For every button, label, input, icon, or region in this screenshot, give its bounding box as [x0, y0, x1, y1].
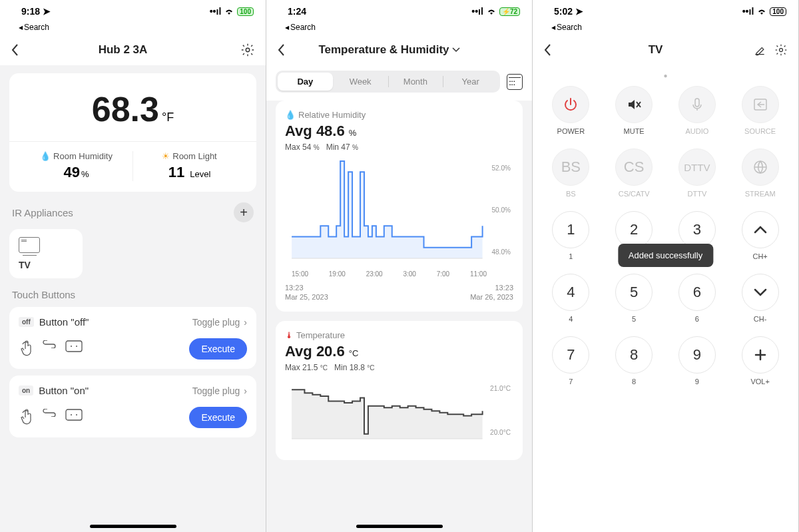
min-label: Min	[334, 363, 347, 372]
chart-date-from: 13:23Mar 25, 2023	[285, 283, 328, 302]
edit-icon[interactable]	[753, 43, 766, 57]
avg-value: 20.6	[316, 343, 345, 360]
touch-section-title: Touch Buttons	[12, 289, 75, 300]
remote-button[interactable]	[742, 274, 779, 311]
remote-button[interactable]: 9	[678, 336, 716, 374]
status-time: 9:18	[21, 6, 40, 17]
tv-icon	[19, 237, 40, 253]
appliance-tv[interactable]: TV	[9, 229, 83, 278]
svg-text:48.0%: 48.0%	[491, 248, 511, 256]
svg-point-0	[246, 48, 250, 52]
touch-button-name: offButton "off"	[19, 316, 89, 328]
plus-icon	[754, 348, 767, 362]
x-tick: 15:00	[292, 270, 308, 278]
state-badge: off	[19, 317, 34, 327]
execute-button[interactable]: Execute	[189, 338, 247, 360]
status-bar: 1:24 ••ıl ⚡72	[266, 0, 532, 23]
time-range-segmented: DayWeekMonthYear	[276, 71, 500, 93]
power-icon	[563, 97, 579, 113]
remote-button[interactable]: 7	[552, 336, 589, 374]
avg-unit: %	[349, 128, 357, 138]
remote-label: AUDIO	[685, 127, 708, 135]
home-indicator[interactable]	[356, 525, 443, 528]
remote-button[interactable]	[552, 86, 589, 123]
mic-icon	[689, 97, 705, 113]
signal-icon: ••ıl	[210, 6, 222, 17]
phone-temp-humidity: 1:24 ••ıl ⚡72 Search Temperature & Humid…	[266, 0, 533, 532]
status-bar: 5:02➤ ••ıl 100	[533, 0, 798, 23]
gear-icon[interactable]	[774, 43, 788, 57]
remote-button[interactable]: 5	[615, 274, 653, 311]
touch-button-action[interactable]: Toggle plug›	[192, 386, 247, 396]
temperature-chart-card: 🌡Temperature Avg 20.6 °C Max 21.5 °C Min…	[276, 321, 523, 460]
remote-cell-6: 66	[678, 274, 716, 332]
touch-button-action[interactable]: Toggle plug›	[192, 317, 247, 328]
light-label: Room Light	[172, 151, 216, 161]
avg-label: Avg	[285, 123, 312, 139]
remote-label: SOURCE	[744, 127, 776, 135]
avg-label: Avg	[285, 343, 312, 360]
segment-week[interactable]: Week	[333, 73, 388, 91]
chevron-right-icon: ›	[244, 386, 247, 396]
remote-cell-ch-: CH-	[742, 274, 779, 332]
temperature-card: 68.3°F 💧Room Humidity 49% ☀Room Light 11…	[9, 73, 256, 192]
back-button[interactable]	[543, 43, 563, 57]
remote-button	[742, 148, 779, 186]
remote-button[interactable]	[742, 211, 779, 248]
search-back[interactable]: Search	[0, 23, 266, 35]
remote-label: 6	[695, 315, 699, 323]
humidity-chart: 52.0%50.0%48.0%	[285, 157, 513, 270]
location-icon: ➤	[43, 6, 51, 17]
light-value: 11	[168, 164, 184, 180]
add-appliance-button[interactable]: +	[234, 202, 254, 222]
remote-cell-dttv: DTTVDTTV	[678, 148, 716, 207]
home-indicator[interactable]	[90, 525, 176, 528]
search-back[interactable]: Search	[266, 23, 532, 35]
max-unit: %	[314, 144, 320, 151]
light-metric: ☀Room Light 11 Level	[133, 151, 246, 181]
avg-unit: °C	[349, 348, 359, 358]
signal-icon: ••ıl	[742, 6, 754, 17]
remote-cell-7: 77	[552, 336, 589, 395]
remote-button[interactable]: 2	[615, 211, 653, 248]
remote-button[interactable]: 4	[552, 274, 589, 311]
x-tick: 23:00	[366, 270, 383, 278]
top-nav: Temperature & Humidity	[266, 35, 532, 65]
page-title[interactable]: Temperature & Humidity	[297, 43, 481, 57]
remote-cell-stream: STREAM	[742, 148, 779, 207]
calendar-icon[interactable]	[507, 74, 523, 90]
page-indicator: ●	[542, 72, 789, 79]
phone-hub: 9:18 ➤ ••ıl 100 Search Hub 2 3A 68.3°F	[0, 0, 266, 532]
search-back[interactable]: Search	[533, 23, 798, 35]
wifi-icon	[756, 7, 767, 15]
svg-point-14	[780, 49, 783, 52]
remote-label: 9	[695, 378, 699, 386]
remote-button[interactable]: 3	[678, 211, 716, 248]
temp-chart-label: Temperature	[296, 330, 345, 340]
back-button[interactable]	[277, 43, 297, 57]
remote-button	[678, 86, 716, 123]
wifi-icon	[486, 7, 497, 15]
svg-text:20.0°C: 20.0°C	[490, 429, 511, 436]
execute-button[interactable]: Execute	[189, 407, 247, 428]
remote-label: CS/CATV	[619, 190, 650, 198]
state-badge: on	[19, 386, 33, 396]
gear-icon[interactable]	[240, 43, 255, 57]
remote-button[interactable]	[615, 86, 653, 123]
svg-text:52.0%: 52.0%	[491, 164, 511, 172]
segment-year[interactable]: Year	[443, 73, 498, 91]
remote-button[interactable]: 6	[678, 274, 716, 311]
remote-button[interactable]	[742, 336, 779, 374]
back-button[interactable]	[11, 43, 31, 57]
battery-icon: 100	[770, 7, 786, 16]
touch-button-card: offButton "off" Toggle plug› Execute	[9, 307, 256, 369]
drop-icon: 💧	[285, 110, 296, 120]
segment-day[interactable]: Day	[278, 73, 333, 91]
remote-button[interactable]: 1	[552, 211, 589, 248]
segment-month[interactable]: Month	[388, 73, 443, 91]
svg-text:50.0%: 50.0%	[491, 206, 511, 214]
globe-icon	[752, 159, 768, 175]
remote-cell-8: 88	[615, 336, 653, 395]
page-title: TV	[563, 43, 748, 57]
remote-button[interactable]: 8	[615, 336, 653, 374]
